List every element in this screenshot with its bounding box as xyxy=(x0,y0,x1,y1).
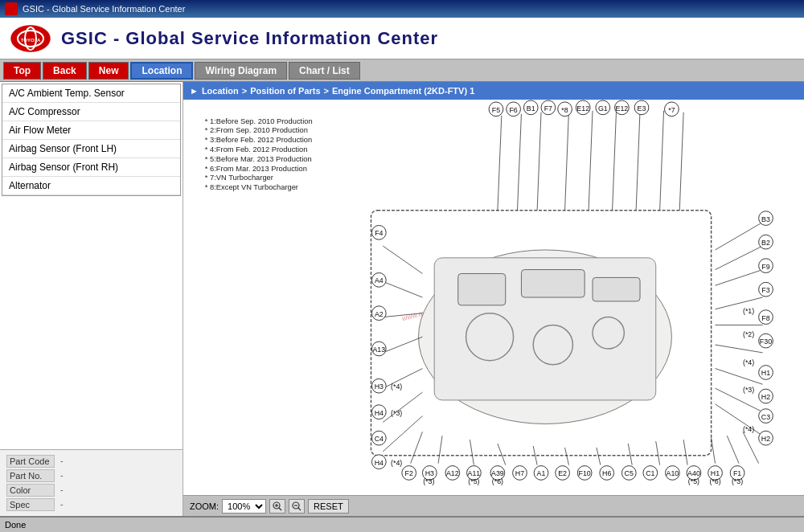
breadcrumb-icon: ► xyxy=(190,86,199,96)
zoom-bar: ZOOM: 100% 75% 125% 150% xyxy=(183,495,804,516)
svg-text:* 8:Except VN Turbocharger: * 8:Except VN Turbocharger xyxy=(205,183,298,191)
svg-text:(*4): (*4) xyxy=(391,383,402,391)
svg-rect-18 xyxy=(593,277,640,301)
svg-line-45 xyxy=(628,444,632,465)
svg-line-53 xyxy=(537,113,541,211)
svg-line-59 xyxy=(679,113,683,211)
svg-text:F6: F6 xyxy=(509,106,517,114)
zoom-in-icon xyxy=(273,501,282,511)
status-bar: Done xyxy=(0,516,804,532)
svg-line-37 xyxy=(716,404,763,436)
svg-text:F2: F2 xyxy=(405,469,413,477)
svg-text:* 4:From Feb. 2012 Production: * 4:From Feb. 2012 Production xyxy=(205,145,308,153)
new-button[interactable]: New xyxy=(88,62,129,80)
svg-text:H4: H4 xyxy=(375,409,384,417)
breadcrumb-sep2: > xyxy=(324,86,329,96)
svg-text:(*2): (*2) xyxy=(743,330,754,338)
svg-text:E2: E2 xyxy=(558,469,567,477)
svg-text:(*6): (*6) xyxy=(709,477,720,485)
svg-text:(*5): (*5) xyxy=(468,477,479,485)
svg-text:* 6:From Mar. 2013 Production: * 6:From Mar. 2013 Production xyxy=(205,165,307,173)
spec-row: Spec - xyxy=(6,498,176,511)
main-content: A/C Ambient Temp. Sensor A/C Compressor … xyxy=(0,82,804,516)
svg-text:*7: *7 xyxy=(668,106,675,114)
svg-line-56 xyxy=(613,111,617,211)
svg-text:(*1): (*1) xyxy=(743,307,754,315)
wiring-button[interactable]: Wiring Diagram xyxy=(195,62,287,80)
app-title: GSIC - Global Service Information Center xyxy=(61,28,438,49)
svg-line-30 xyxy=(716,246,763,270)
svg-text:(*3): (*3) xyxy=(423,477,434,485)
svg-line-46 xyxy=(656,441,660,465)
toolbar: Top Back New Location Wiring Diagram Cha… xyxy=(0,59,804,82)
svg-text:(*4): (*4) xyxy=(743,425,754,433)
svg-text:A10: A10 xyxy=(667,469,679,477)
title-bar: GSIC - Global Service Information Center xyxy=(0,0,804,18)
window-title: GSIC - Global Service Information Center xyxy=(23,4,185,14)
chart-button[interactable]: Chart / List xyxy=(289,62,360,80)
svg-text:E12: E12 xyxy=(616,104,629,113)
svg-text:(*5): (*5) xyxy=(688,477,699,485)
toyota-logo: TOYOTA xyxy=(10,24,51,53)
svg-text:(*6): (*6) xyxy=(492,477,503,485)
zoom-out-button[interactable] xyxy=(289,499,305,514)
breadcrumb-location: Location xyxy=(202,86,239,96)
svg-line-26 xyxy=(383,369,422,389)
svg-text:(*3): (*3) xyxy=(743,386,754,394)
svg-text:B1: B1 xyxy=(527,104,535,113)
part-code-label: Part Code xyxy=(6,455,55,468)
sidebar-list: A/C Ambient Temp. Sensor A/C Compressor … xyxy=(2,84,181,196)
svg-text:F1: F1 xyxy=(733,469,741,477)
svg-text:F3: F3 xyxy=(761,286,769,294)
svg-line-38 xyxy=(411,432,423,463)
location-button[interactable]: Location xyxy=(130,62,193,80)
sidebar-item-5[interactable]: Alternator xyxy=(2,177,180,195)
sidebar-item-3[interactable]: Airbag Sensor (Front LH) xyxy=(2,140,180,158)
sidebar-item-1[interactable]: A/C Compressor xyxy=(2,103,180,121)
svg-rect-17 xyxy=(521,270,585,297)
zoom-in-button[interactable] xyxy=(269,499,285,514)
svg-line-23 xyxy=(383,281,422,297)
svg-line-51 xyxy=(498,116,502,211)
diagram-svg: * 1:Before Sep. 2010 Production * 2:From… xyxy=(183,100,804,495)
svg-text:A40: A40 xyxy=(687,469,700,477)
breadcrumb-sep1: > xyxy=(242,86,247,96)
svg-text:F4: F4 xyxy=(375,229,383,237)
svg-text:H3: H3 xyxy=(425,469,434,477)
spec-label: Spec xyxy=(6,498,55,511)
svg-text:H6: H6 xyxy=(602,469,611,477)
app-header: TOYOTA GSIC - Global Service Information… xyxy=(0,18,804,59)
svg-text:A1: A1 xyxy=(537,469,546,477)
back-button[interactable]: Back xyxy=(43,62,87,80)
svg-text:H2: H2 xyxy=(761,393,770,401)
sidebar-items-wrap: A/C Ambient Temp. Sensor A/C Compressor … xyxy=(0,82,183,449)
svg-text:H1: H1 xyxy=(711,469,720,477)
app-icon xyxy=(5,2,18,15)
sidebar-item-0[interactable]: A/C Ambient Temp. Sensor xyxy=(2,84,180,103)
sidebar-item-2[interactable]: Air Flow Meter xyxy=(2,121,180,140)
svg-text:F9: F9 xyxy=(761,263,769,271)
part-code-row: Part Code - xyxy=(6,455,176,468)
sidebar-item-4[interactable]: Airbag Sensor (Front RH) xyxy=(2,158,180,177)
sidebar: A/C Ambient Temp. Sensor A/C Compressor … xyxy=(0,82,183,516)
svg-line-58 xyxy=(660,111,664,211)
svg-text:H2: H2 xyxy=(761,435,770,443)
svg-text:(*4): (*4) xyxy=(391,459,402,467)
zoom-reset-button[interactable]: RESET xyxy=(308,499,349,514)
svg-text:C4: C4 xyxy=(375,435,384,443)
svg-text:B3: B3 xyxy=(761,215,770,223)
svg-line-55 xyxy=(589,111,593,211)
svg-line-41 xyxy=(498,444,506,465)
svg-line-49 xyxy=(727,436,739,463)
svg-line-48 xyxy=(712,438,716,463)
svg-text:C1: C1 xyxy=(646,469,654,477)
svg-text:E12: E12 xyxy=(576,104,589,113)
svg-text:F7: F7 xyxy=(544,104,552,113)
zoom-select[interactable]: 100% 75% 125% 150% xyxy=(222,499,266,514)
svg-text:(*3): (*3) xyxy=(732,477,743,485)
part-info-panel: Part Code - Part No. - Color - Spec - xyxy=(0,449,183,516)
svg-line-28 xyxy=(383,416,422,452)
breadcrumb-page: Engine Compartment (2KD-FTV) 1 xyxy=(332,86,474,96)
top-button[interactable]: Top xyxy=(3,62,41,80)
svg-line-47 xyxy=(683,440,687,464)
